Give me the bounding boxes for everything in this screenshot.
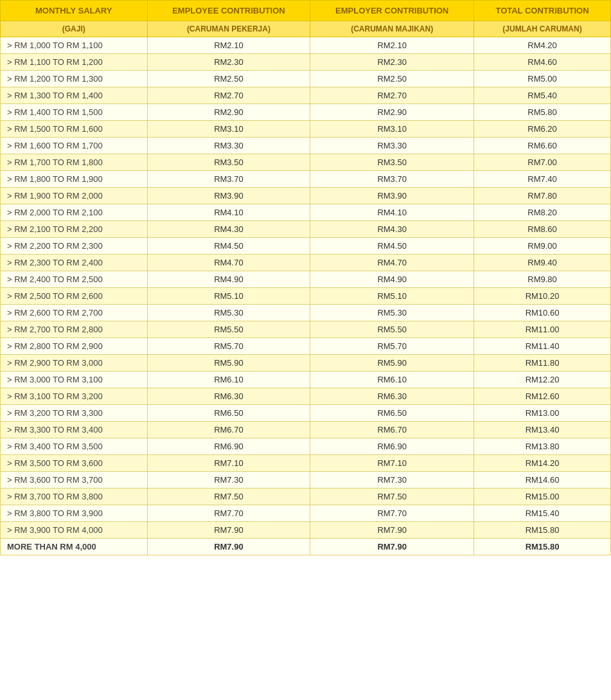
employee-contribution-cell: RM3.90 <box>147 188 310 204</box>
total-contribution-cell: RM6.60 <box>474 138 611 154</box>
employee-contribution-cell: RM4.50 <box>147 238 310 255</box>
salary-range-cell: > RM 1,700 TO RM 1,800 <box>1 154 148 171</box>
salary-range-cell: > RM 2,300 TO RM 2,400 <box>1 255 148 271</box>
table-row: > RM 2,300 TO RM 2,400RM4.70RM4.70RM9.40 <box>1 255 611 271</box>
total-contribution-cell: RM4.60 <box>474 54 611 71</box>
table-row: > RM 3,600 TO RM 3,700RM7.30RM7.30RM14.6… <box>1 472 611 489</box>
employer-contribution-cell: RM4.90 <box>310 271 474 288</box>
employer-contribution-cell: RM6.70 <box>310 422 474 438</box>
table-row: > RM 1,100 TO RM 1,200RM2.30RM2.30RM4.60 <box>1 54 611 71</box>
employer-contribution-cell: RM2.70 <box>310 87 474 104</box>
employee-contribution-cell: RM5.10 <box>147 288 310 305</box>
table-row: > RM 2,400 TO RM 2,500RM4.90RM4.90RM9.80 <box>1 271 611 288</box>
table-row: > RM 1,600 TO RM 1,700RM3.30RM3.30RM6.60 <box>1 138 611 154</box>
total-contribution-cell: RM13.40 <box>474 422 611 438</box>
table-row: > RM 2,700 TO RM 2,800RM5.50RM5.50RM11.0… <box>1 321 611 338</box>
salary-range-cell: > RM 1,200 TO RM 1,300 <box>1 71 148 87</box>
employer-contribution-cell: RM7.30 <box>310 472 474 489</box>
employer-contribution-cell: RM5.90 <box>310 355 474 372</box>
total-contribution-cell: RM12.20 <box>474 372 611 388</box>
salary-range-cell: > RM 2,600 TO RM 2,700 <box>1 305 148 321</box>
salary-range-cell: > RM 3,400 TO RM 3,500 <box>1 438 148 455</box>
employee-contribution-cell: RM6.30 <box>147 388 310 405</box>
salary-range-cell: > RM 2,100 TO RM 2,200 <box>1 221 148 238</box>
total-contribution-cell: RM8.60 <box>474 221 611 238</box>
table-row: > RM 3,700 TO RM 3,800RM7.50RM7.50RM15.0… <box>1 489 611 505</box>
employee-contribution-cell: RM4.30 <box>147 221 310 238</box>
total-contribution-cell: RM11.40 <box>474 338 611 355</box>
salary-range-cell: > RM 1,600 TO RM 1,700 <box>1 138 148 154</box>
total-contribution-cell: RM9.00 <box>474 238 611 255</box>
salary-range-cell: > RM 1,800 TO RM 1,900 <box>1 171 148 188</box>
employee-contribution-cell: RM5.70 <box>147 338 310 355</box>
employer-contribution-cell: RM3.10 <box>310 121 474 138</box>
table-row: > RM 3,900 TO RM 4,000RM7.90RM7.90RM15.8… <box>1 522 611 539</box>
salary-range-cell: > RM 1,000 TO RM 1,100 <box>1 37 148 54</box>
total-contribution-cell: RM8.20 <box>474 204 611 221</box>
table-row: > RM 3,800 TO RM 3,900RM7.70RM7.70RM15.4… <box>1 505 611 522</box>
employee-contribution-cell: RM6.10 <box>147 372 310 388</box>
employee-contribution-cell: RM7.10 <box>147 455 310 472</box>
total-contribution-cell: RM5.00 <box>474 71 611 87</box>
employer-contribution-cell: RM6.30 <box>310 388 474 405</box>
total-contribution-cell: RM15.40 <box>474 505 611 522</box>
salary-range-cell: > RM 2,400 TO RM 2,500 <box>1 271 148 288</box>
employer-contribution-cell: RM3.50 <box>310 154 474 171</box>
employee-contribution-cell: RM2.90 <box>147 104 310 121</box>
employee-contribution-cell: RM5.50 <box>147 321 310 338</box>
employer-contribution-cell: RM7.70 <box>310 505 474 522</box>
table-body: > RM 1,000 TO RM 1,100RM2.10RM2.10RM4.20… <box>1 37 611 555</box>
employer-contribution-cell: RM7.50 <box>310 489 474 505</box>
salary-range-cell: > RM 3,300 TO RM 3,400 <box>1 422 148 438</box>
table-row: > RM 2,800 TO RM 2,900RM5.70RM5.70RM11.4… <box>1 338 611 355</box>
col-monthly-salary-sub: (GAJI) <box>1 21 148 37</box>
table-row: > RM 3,500 TO RM 3,600RM7.10RM7.10RM14.2… <box>1 455 611 472</box>
total-contribution-cell: RM7.80 <box>474 188 611 204</box>
salary-range-cell: > RM 2,800 TO RM 2,900 <box>1 338 148 355</box>
table-row: > RM 1,700 TO RM 1,800RM3.50RM3.50RM7.00 <box>1 154 611 171</box>
col-monthly-salary-header: MONTHLY SALARY <box>1 1 148 21</box>
salary-range-cell: > RM 2,000 TO RM 2,100 <box>1 204 148 221</box>
employee-contribution-cell: RM7.50 <box>147 489 310 505</box>
employer-contribution-cell: RM7.90 <box>310 539 474 555</box>
employer-contribution-cell: RM3.30 <box>310 138 474 154</box>
table-row: > RM 1,300 TO RM 1,400RM2.70RM2.70RM5.40 <box>1 87 611 104</box>
table-row: > RM 2,000 TO RM 2,100RM4.10RM4.10RM8.20 <box>1 204 611 221</box>
table-row: > RM 1,200 TO RM 1,300RM2.50RM2.50RM5.00 <box>1 71 611 87</box>
employee-contribution-cell: RM5.30 <box>147 305 310 321</box>
employer-contribution-cell: RM7.10 <box>310 455 474 472</box>
table-row: > RM 2,200 TO RM 2,300RM4.50RM4.50RM9.00 <box>1 238 611 255</box>
total-contribution-cell: RM13.00 <box>474 405 611 422</box>
employee-contribution-cell: RM7.90 <box>147 539 310 555</box>
total-contribution-cell: RM7.00 <box>474 154 611 171</box>
employer-contribution-cell: RM3.90 <box>310 188 474 204</box>
salary-range-cell: > RM 1,400 TO RM 1,500 <box>1 104 148 121</box>
total-contribution-cell: RM5.40 <box>474 87 611 104</box>
total-contribution-cell: RM5.80 <box>474 104 611 121</box>
table-row: > RM 2,100 TO RM 2,200RM4.30RM4.30RM8.60 <box>1 221 611 238</box>
salary-range-cell: > RM 3,100 TO RM 3,200 <box>1 388 148 405</box>
total-contribution-cell: RM10.20 <box>474 288 611 305</box>
table-row: > RM 3,200 TO RM 3,300RM6.50RM6.50RM13.0… <box>1 405 611 422</box>
employee-contribution-cell: RM2.10 <box>147 37 310 54</box>
salary-range-cell: > RM 1,100 TO RM 1,200 <box>1 54 148 71</box>
employer-contribution-cell: RM2.10 <box>310 37 474 54</box>
employer-contribution-cell: RM2.30 <box>310 54 474 71</box>
total-contribution-cell: RM6.20 <box>474 121 611 138</box>
table-row: > RM 3,100 TO RM 3,200RM6.30RM6.30RM12.6… <box>1 388 611 405</box>
employer-contribution-cell: RM5.70 <box>310 338 474 355</box>
employee-contribution-cell: RM4.70 <box>147 255 310 271</box>
col-employee-contribution-sub: (CARUMAN PEKERJA) <box>147 21 310 37</box>
salary-range-cell: > RM 3,500 TO RM 3,600 <box>1 455 148 472</box>
table-row: > RM 3,000 TO RM 3,100RM6.10RM6.10RM12.2… <box>1 372 611 388</box>
total-contribution-cell: RM4.20 <box>474 37 611 54</box>
employee-contribution-cell: RM4.90 <box>147 271 310 288</box>
employee-contribution-cell: RM5.90 <box>147 355 310 372</box>
sub-header-row: (GAJI) (CARUMAN PEKERJA) (CARUMAN MAJIKA… <box>1 21 611 37</box>
employer-contribution-cell: RM4.10 <box>310 204 474 221</box>
employee-contribution-cell: RM3.30 <box>147 138 310 154</box>
employer-contribution-cell: RM5.50 <box>310 321 474 338</box>
salary-range-cell: > RM 2,200 TO RM 2,300 <box>1 238 148 255</box>
salary-range-cell: > RM 3,600 TO RM 3,700 <box>1 472 148 489</box>
contribution-table: MONTHLY SALARY EMPLOYEE CONTRIBUTION EMP… <box>0 0 611 555</box>
